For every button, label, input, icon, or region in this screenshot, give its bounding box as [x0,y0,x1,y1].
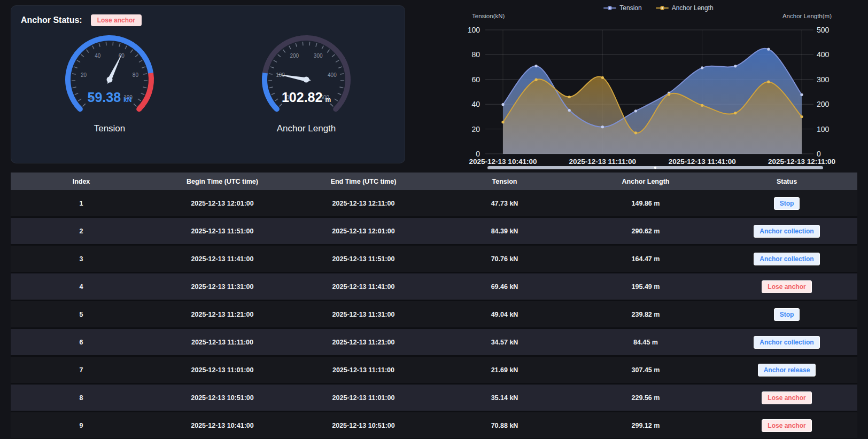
anchor-status-title: Anchor Status: [21,15,82,25]
svg-text:20: 20 [81,72,87,78]
cell-anchor-length: 149.86 m [575,190,716,218]
gauge-hub [304,77,309,83]
cell-begin-time: 2025-12-13 11:01:00 [152,357,293,385]
table-row: 52025-12-13 11:21:002025-12-13 11:31:004… [11,301,857,329]
cell-tension: 49.04 kN [434,301,575,329]
right-axis-title: Anchor Length(m) [782,13,832,19]
column-header-status: Status [716,173,857,190]
cell-tension: 35.14 kN [434,385,575,412]
tension-gauge: 02040608010059.38kN Tension [40,30,179,134]
table-row: 92025-12-13 10:41:002025-12-13 10:51:007… [11,412,857,439]
table-row: 32025-12-13 11:41:002025-12-13 11:51:007… [11,246,857,273]
svg-text:200: 200 [290,53,299,59]
cell-begin-time: 2025-12-13 11:21:00 [152,301,293,329]
history-table: IndexBegin Time (UTC time)End Time (UTC … [11,173,857,439]
left-axis-tick: 0 [476,150,480,158]
svg-text:40: 40 [95,53,101,59]
cell-status: Lose anchor [716,412,857,439]
cell-end-time: 2025-12-13 11:31:00 [293,301,434,329]
cell-begin-time: 2025-12-13 10:51:00 [152,385,293,412]
tension-gauge-svg: 02040608010059.38kN [40,30,179,121]
cell-status: Anchor collection [716,218,857,246]
cell-status: Anchor collection [716,329,857,357]
cell-index: 6 [11,329,152,357]
cell-status: Stop [716,301,857,329]
dashboard-page: Anchor Status: Lose anchor 0204060801005… [0,0,868,439]
svg-text:80: 80 [133,72,139,78]
cell-index: 7 [11,357,152,385]
right-axis-tick: 300 [817,75,830,84]
cell-anchor-length: 84.45 m [575,329,716,357]
cell-tension: 21.69 kN [434,357,575,385]
chart-scrollbar-handle[interactable] [654,167,656,169]
anchor-length-gauge: 0100200300400500102.82m Anchor Length [237,30,376,134]
column-header-anchor-length: Anchor Length [575,173,716,190]
cell-tension: 69.46 kN [434,273,575,301]
cell-begin-time: 2025-12-13 11:11:00 [152,329,293,357]
cell-begin-time: 2025-12-13 11:31:00 [152,273,293,301]
table-row: 12025-12-13 12:01:002025-12-13 12:11:004… [11,190,857,218]
cell-tension: 47.73 kN [434,190,575,218]
table-row: 42025-12-13 11:31:002025-12-13 11:41:006… [11,273,857,301]
cell-tension: 70.76 kN [434,246,575,273]
cell-index: 3 [11,246,152,273]
status-badge: Anchor collection [754,225,819,238]
right-axis-tick: 100 [817,125,830,134]
status-badge: Stop [774,308,800,321]
cell-begin-time: 2025-12-13 11:41:00 [152,246,293,273]
gauge-hub [107,77,113,83]
status-badge: Lose anchor [762,280,811,293]
gauge-label: Anchor Length [237,123,376,134]
cell-end-time: 2025-12-13 11:41:00 [293,273,434,301]
cell-status: Lose anchor [716,385,857,412]
svg-text:300: 300 [314,53,323,59]
cell-end-time: 2025-12-13 12:01:00 [293,218,434,246]
cell-anchor-length: 307.45 m [575,357,716,385]
left-axis-tick: 80 [471,50,480,59]
cell-anchor-length: 290.62 m [575,218,716,246]
status-badge: Lose anchor [762,391,811,404]
gauge-value: 59.38kN [88,90,132,105]
gauge-arc-segment [265,73,277,109]
cell-status: Anchor collection [716,246,857,273]
gauge-arc-segment [139,73,151,109]
x-axis-label: 2025-12-13 12:11:00 [768,158,835,166]
x-axis-label: 2025-12-13 11:41:00 [669,158,736,166]
x-axis-label: 2025-12-13 11:11:00 [569,158,636,166]
cell-end-time: 2025-12-13 11:01:00 [293,385,434,412]
table-row: 62025-12-13 11:11:002025-12-13 11:21:003… [11,329,857,357]
cell-anchor-length: 164.47 m [575,246,716,273]
cell-index: 1 [11,190,152,218]
right-axis-tick: 200 [817,100,830,108]
svg-text:400: 400 [328,72,337,78]
status-badge: Anchor collection [754,336,819,349]
right-axis-tick: 400 [817,50,830,59]
trend-chart: 0204060801000100200300400500Tension(kN)A… [449,0,868,172]
left-axis-tick: 100 [468,26,480,34]
cell-anchor-length: 239.82 m [575,301,716,329]
table-row: 72025-12-13 11:01:002025-12-13 11:11:002… [11,357,857,385]
cell-anchor-length: 229.56 m [575,385,716,412]
cell-anchor-length: 299.12 m [575,412,716,439]
cell-status: Lose anchor [716,273,857,301]
cell-status: Stop [716,190,857,218]
svg-text:60: 60 [119,53,125,59]
cell-anchor-length: 195.49 m [575,273,716,301]
table-row: 82025-12-13 10:51:002025-12-13 11:01:003… [11,385,857,412]
column-header-begin-time: Begin Time (UTC time) [152,173,293,190]
cell-tension: 70.88 kN [434,412,575,439]
cell-status: Anchor release [716,357,857,385]
column-header-end-time: End Time (UTC time) [293,173,434,190]
cell-index: 2 [11,218,152,246]
left-axis-tick: 60 [471,75,480,84]
gauge-label: Tension [40,123,179,134]
cell-index: 4 [11,273,152,301]
cell-end-time: 2025-12-13 10:51:00 [293,412,434,439]
anchor-status-panel: Anchor Status: Lose anchor 0204060801005… [11,5,405,163]
status-badge: Anchor collection [754,253,819,265]
history-table-wrap: IndexBegin Time (UTC time)End Time (UTC … [11,173,857,439]
column-header-tension: Tension [434,173,575,190]
cell-end-time: 2025-12-13 11:11:00 [293,357,434,385]
status-badge: Lose anchor [762,419,811,432]
left-axis-title: Tension(kN) [472,13,505,19]
